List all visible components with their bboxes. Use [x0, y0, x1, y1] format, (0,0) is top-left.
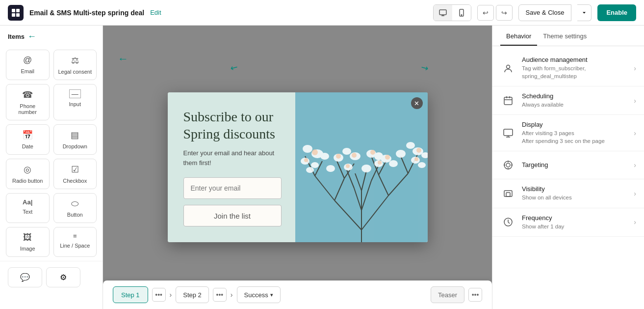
text-icon: Aa|: [23, 198, 32, 206]
svg-point-61: [378, 161, 382, 165]
item-card-input[interactable]: — Input: [53, 84, 97, 120]
item-card-text[interactable]: Aa| Text: [6, 193, 50, 223]
svg-point-33: [320, 153, 329, 160]
input-icon: —: [69, 89, 81, 98]
svg-point-52: [306, 167, 314, 173]
teaser-options-button[interactable]: •••: [468, 288, 482, 302]
item-card-date[interactable]: 📅 Date: [6, 124, 50, 155]
svg-point-57: [352, 153, 357, 158]
popup-image-placeholder: [295, 92, 428, 242]
svg-point-50: [326, 165, 335, 172]
svg-point-53: [418, 162, 426, 168]
item-card-chat[interactable]: 💬: [8, 267, 42, 287]
undo-btn[interactable]: ↩: [477, 5, 494, 21]
visibility-label: Visibility: [522, 185, 628, 193]
mobile-view-btn[interactable]: [452, 5, 471, 21]
phone-number-icon: ☎: [22, 89, 33, 100]
item-card-legal-consent[interactable]: ⚖ Legal consent: [53, 50, 97, 80]
step1-button[interactable]: Step 1: [113, 286, 148, 303]
item-card-checkbox[interactable]: ☑ Checkbox: [53, 159, 97, 189]
topbar: Email & SMS Multi-step spring deal Edit …: [0, 0, 644, 26]
popup-close-button[interactable]: ✕: [411, 97, 423, 109]
sidebar-header: Items ←: [0, 26, 103, 46]
item-card-phone-number[interactable]: ☎ Phone number: [6, 84, 50, 120]
sidebar-arrow-icon: ←: [27, 31, 36, 42]
popup-email-input[interactable]: [183, 177, 282, 199]
popup-join-button[interactable]: Join the list: [183, 205, 282, 226]
button-icon: ⬭: [71, 198, 78, 209]
right-panel: Behavior Theme settings Audience managem…: [492, 26, 644, 309]
svg-rect-79: [506, 193, 510, 197]
svg-point-8: [461, 14, 462, 15]
audience-text: Audience management Tag with form_subscr…: [522, 56, 628, 80]
edit-link[interactable]: Edit: [150, 9, 161, 16]
item-card-dropdown[interactable]: ▤ Dropdown: [53, 124, 97, 155]
tab-behavior[interactable]: Behavior: [500, 26, 537, 46]
targeting-label: Targeting: [522, 161, 628, 169]
svg-point-62: [304, 158, 308, 162]
svg-point-64: [507, 65, 510, 68]
step2-to-success-arrow: ›: [231, 291, 233, 299]
svg-point-58: [370, 150, 375, 155]
radio-button-icon: ◎: [24, 164, 31, 175]
canvas-left-arrow: ↙: [229, 61, 240, 75]
campaign-title: Email & SMS Multi-step spring deal: [29, 9, 144, 17]
targeting-chevron-icon: ›: [634, 161, 636, 169]
item-card-image[interactable]: 🖼 Image: [6, 227, 50, 257]
button-label: Button: [67, 212, 83, 218]
desktop-view-btn[interactable]: [434, 5, 452, 21]
item-card-radio-button[interactable]: ◎ Radio button: [6, 159, 50, 189]
tab-theme-settings[interactable]: Theme settings: [537, 26, 592, 46]
svg-point-38: [342, 148, 351, 155]
behavior-row-targeting[interactable]: Targeting ›: [492, 151, 644, 179]
svg-point-60: [346, 164, 350, 168]
teaser-button[interactable]: Teaser: [431, 286, 464, 303]
display-text: Display After visiting 3 pagesAfter spen…: [522, 121, 628, 145]
popup-subtitle: Enter your email and hear about them fir…: [183, 148, 282, 168]
popup-title: Subscribe to our Spring discounts: [183, 108, 282, 142]
success-button[interactable]: Success ▾: [237, 286, 281, 303]
item-card-line-space[interactable]: ≡ Line / Space: [53, 227, 97, 257]
step2-options-button[interactable]: •••: [213, 288, 227, 302]
step2-button[interactable]: Step 2: [176, 286, 209, 303]
items-label: Items: [8, 33, 25, 40]
svg-point-54: [312, 149, 318, 155]
text-label: Text: [23, 209, 32, 215]
behavior-row-scheduling[interactable]: Scheduling Always available ›: [492, 86, 644, 115]
svg-point-59: [385, 155, 390, 160]
svg-rect-65: [504, 97, 512, 105]
main-layout: Items ← @ Email ⚖ Legal consent ☎ Phone …: [0, 26, 644, 309]
audience-chevron-icon: ›: [634, 64, 636, 72]
behavior-row-display[interactable]: Display After visiting 3 pagesAfter spen…: [492, 115, 644, 151]
behavior-row-audience[interactable]: Audience management Tag with form_subscr…: [492, 50, 644, 86]
svg-rect-2: [12, 13, 15, 17]
image-icon: 🖼: [23, 232, 32, 243]
display-label: Display: [522, 121, 628, 128]
step1-options-button[interactable]: •••: [152, 288, 166, 302]
item-card-email[interactable]: @ Email: [6, 50, 50, 80]
scheduling-text: Scheduling Always available: [522, 92, 628, 109]
save-close-button[interactable]: Save & Close: [518, 4, 572, 21]
svg-point-47: [311, 162, 319, 168]
undo-redo: ↩ ↪: [477, 5, 513, 21]
steps-bar: Step 1 ••• › Step 2 ••• › Success ▾ Teas…: [103, 281, 492, 309]
enable-button[interactable]: Enable: [597, 4, 636, 21]
behavior-row-visibility[interactable]: Visibility Show on all devices ›: [492, 179, 644, 208]
device-toggle: [433, 4, 471, 21]
image-label: Image: [20, 246, 35, 252]
targeting-text: Targeting: [522, 161, 628, 169]
item-card-button[interactable]: ⬭ Button: [53, 193, 97, 223]
svg-point-73: [506, 163, 510, 167]
redo-btn[interactable]: ↪: [496, 5, 513, 21]
input-label: Input: [69, 101, 81, 107]
save-close-dropdown-arrow[interactable]: [577, 4, 592, 21]
item-card-settings[interactable]: ⚙: [46, 267, 80, 287]
line-space-label: Line / Space: [60, 243, 90, 249]
svg-point-35: [406, 142, 415, 149]
behavior-row-frequency[interactable]: Frequency Show after 1 day ›: [492, 208, 644, 237]
svg-point-32: [303, 145, 312, 153]
svg-rect-78: [504, 191, 512, 197]
popup-modal: Subscribe to our Spring discounts Enter …: [168, 92, 428, 242]
display-sub: After visiting 3 pagesAfter spending 3 s…: [522, 129, 628, 145]
svg-point-51: [389, 160, 398, 167]
